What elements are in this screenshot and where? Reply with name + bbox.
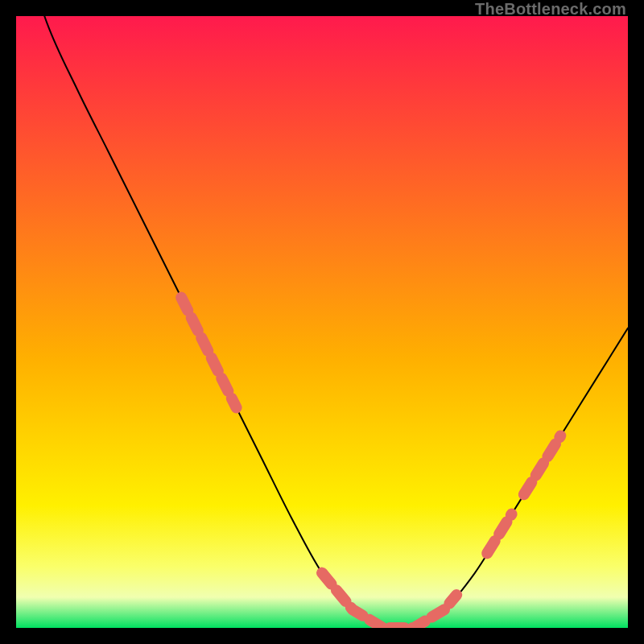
highlight-segment: [487, 514, 511, 554]
chart-frame: TheBottleneck.com: [0, 0, 644, 644]
highlight-segment: [181, 298, 236, 408]
highlight-group: [181, 298, 560, 628]
curve-svg: [16, 16, 628, 628]
highlight-segment: [524, 436, 561, 494]
highlight-segment: [322, 573, 456, 628]
plot-area: [16, 16, 628, 628]
bottleneck-curve: [16, 16, 628, 628]
